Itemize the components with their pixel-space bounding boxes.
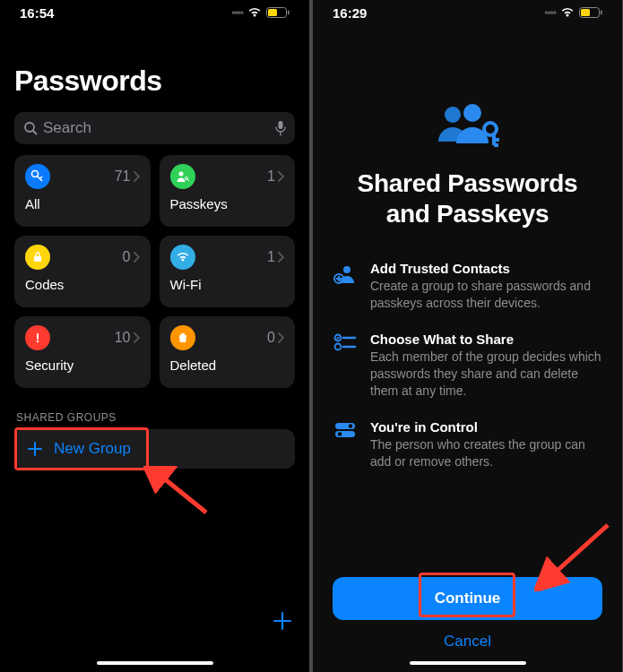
search-icon: [23, 121, 38, 135]
page-title: Passwords: [14, 65, 295, 98]
status-bar: 16:54 ••••: [0, 0, 309, 22]
tile-count: 0: [267, 330, 275, 346]
new-group-button[interactable]: New Group: [14, 429, 295, 469]
feature-trusted-contacts: Add Trusted Contacts Create a group to s…: [333, 261, 602, 312]
phone-shared-intro: 16:29 •••• Shared Passwords and Passkeys: [313, 0, 622, 672]
svg-line-8: [40, 177, 42, 178]
chevron-right-icon: [133, 171, 140, 182]
chevron-right-icon: [133, 252, 140, 263]
wifi-icon: [560, 7, 575, 18]
shared-groups-header: SHARED GROUPS: [0, 388, 309, 429]
search-placeholder: Search: [43, 119, 270, 137]
svg-rect-21: [581, 9, 590, 16]
person-key-icon: [170, 164, 195, 189]
cancel-button[interactable]: Cancel: [333, 633, 602, 650]
tile-security[interactable]: 10 Security: [14, 316, 151, 388]
alert-icon: [25, 325, 50, 350]
status-time: 16:29: [333, 5, 367, 21]
status-icons: ••••: [231, 6, 290, 19]
key-icon: [25, 164, 50, 189]
svg-rect-5: [279, 121, 283, 129]
tile-passkeys[interactable]: 1 Passkeys: [160, 155, 296, 227]
svg-rect-1: [268, 9, 277, 16]
feature-desc: The person who creates the group can add…: [370, 436, 602, 470]
feature-title: You're in Control: [370, 419, 602, 435]
wifi-icon: [247, 7, 262, 18]
chevron-right-icon: [277, 332, 284, 343]
svg-point-25: [484, 123, 497, 135]
tile-wifi[interactable]: 1 Wi-Fi: [160, 236, 296, 307]
tile-count: 1: [267, 168, 275, 185]
tile-label: Wi-Fi: [170, 277, 285, 292]
tile-label: All: [25, 196, 140, 211]
mic-icon[interactable]: [275, 120, 286, 136]
home-indicator[interactable]: [97, 661, 213, 665]
add-button[interactable]: [272, 609, 293, 638]
tile-all[interactable]: 71 All: [14, 155, 151, 227]
wifi-circle-icon: [170, 245, 195, 270]
feature-desc: Each member of the group decides which p…: [370, 349, 602, 400]
feature-title: Add Trusted Contacts: [370, 261, 602, 276]
tile-label: Security: [25, 358, 140, 373]
feature-desc: Create a group to share passwords and pa…: [370, 278, 602, 312]
lock-icon: [25, 245, 50, 270]
add-person-icon: [333, 261, 358, 312]
tile-codes[interactable]: 0 Codes: [14, 236, 151, 307]
home-indicator[interactable]: [410, 661, 526, 665]
svg-point-35: [335, 343, 342, 349]
toggles-icon: [333, 419, 358, 470]
battery-icon: [266, 7, 290, 18]
svg-point-23: [445, 107, 461, 123]
sheet-actions: Continue Cancel: [333, 577, 602, 650]
plus-icon: [27, 441, 43, 457]
svg-line-41: [552, 525, 608, 575]
continue-button[interactable]: Continue: [333, 577, 602, 620]
feature-choose-share: Choose What to Share Each member of the …: [333, 332, 602, 400]
cancel-label: Cancel: [444, 633, 491, 650]
trash-icon: [170, 325, 195, 350]
cell-dots-icon: ••••: [231, 6, 243, 19]
svg-point-24: [463, 104, 481, 122]
tile-deleted[interactable]: 0 Deleted: [160, 316, 296, 388]
svg-rect-2: [288, 11, 290, 15]
shared-group-hero-icon: [333, 102, 602, 147]
battery-icon: [579, 7, 602, 18]
search-input[interactable]: Search: [14, 112, 295, 144]
cell-dots-icon: ••••: [544, 6, 556, 19]
feature-in-control: You're in Control The person who creates…: [333, 419, 602, 470]
svg-point-14: [37, 340, 39, 342]
annotation-arrow-newgroup: [143, 466, 215, 520]
svg-point-6: [32, 171, 39, 177]
sheet-title: Shared Passwords and Passkeys: [333, 168, 602, 228]
checklist-icon: [333, 332, 358, 400]
intro-sheet: Shared Passwords and Passkeys Add Truste…: [313, 22, 622, 470]
status-time: 16:54: [20, 5, 54, 21]
chevron-right-icon: [277, 171, 284, 182]
svg-point-38: [349, 424, 353, 428]
svg-point-9: [178, 172, 183, 177]
phone-passwords: 16:54 •••• Passwords Search 71 All: [0, 0, 309, 672]
svg-rect-22: [601, 11, 602, 15]
svg-line-4: [33, 131, 37, 134]
tile-label: Passkeys: [170, 196, 285, 211]
tile-count: 10: [115, 330, 131, 346]
category-tiles: 71 All 1 Passkeys 0 Codes: [0, 155, 309, 388]
svg-line-11: [187, 179, 189, 181]
tile-count: 0: [123, 249, 131, 265]
new-group-label: New Group: [54, 440, 131, 458]
svg-line-17: [160, 475, 206, 513]
chevron-right-icon: [277, 252, 284, 263]
page-header: Passwords: [0, 22, 309, 105]
tile-count: 1: [267, 249, 275, 265]
svg-point-29: [343, 266, 350, 273]
svg-rect-12: [34, 256, 41, 262]
status-icons: ••••: [544, 6, 602, 19]
chevron-right-icon: [133, 332, 140, 343]
tile-label: Codes: [25, 277, 140, 292]
tile-label: Deleted: [170, 358, 285, 373]
status-bar: 16:29 ••••: [313, 0, 622, 22]
svg-point-40: [338, 432, 342, 436]
feature-title: Choose What to Share: [370, 332, 602, 347]
continue-label: Continue: [435, 590, 501, 607]
tile-count: 71: [115, 168, 131, 185]
